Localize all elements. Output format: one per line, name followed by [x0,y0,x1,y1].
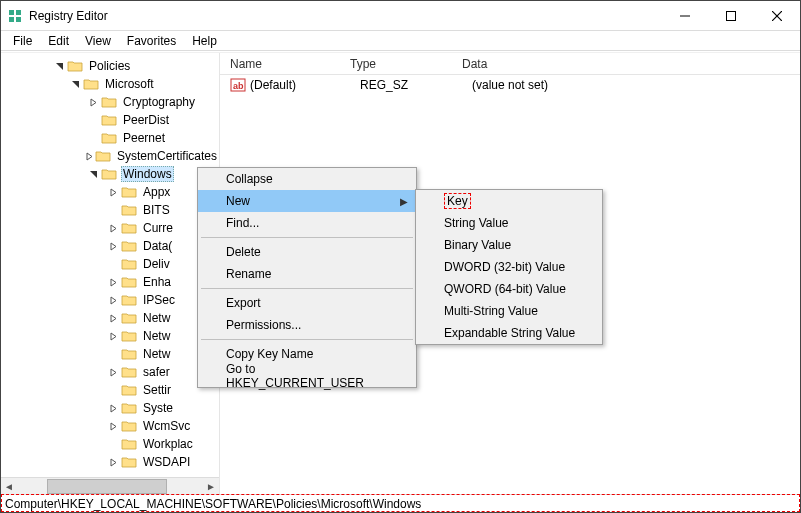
scroll-left-icon[interactable]: ◄ [1,479,17,494]
chevron-icon[interactable] [105,454,121,470]
folder-icon [101,166,117,182]
submenu-item[interactable]: Multi-String Value [416,300,602,322]
tree-pane[interactable]: PoliciesMicrosoftCryptographyPeerDistPee… [1,53,219,494]
menu-view[interactable]: View [77,31,119,51]
chevron-icon[interactable] [105,310,121,326]
column-header-type[interactable]: Type [350,57,462,71]
list-row[interactable]: ab (Default) REG_SZ (value not set) [220,75,800,95]
tree-node[interactable]: Windows [1,165,219,183]
tree-node[interactable]: IPSec [1,291,219,309]
chevron-icon[interactable] [85,148,95,164]
chevron-down-icon[interactable] [67,76,83,92]
folder-icon [121,310,137,326]
chevron-icon[interactable] [105,238,121,254]
context-menu-item[interactable]: Rename [198,263,416,285]
context-menu-item[interactable]: Collapse [198,168,416,190]
menu-edit[interactable]: Edit [40,31,77,51]
maximize-button[interactable] [708,1,754,30]
folder-icon [121,346,137,362]
chevron-icon[interactable] [105,274,121,290]
tree-node[interactable]: safer [1,363,219,381]
string-value-icon: ab [230,77,246,93]
folder-icon [121,220,137,236]
context-menu-item[interactable]: Permissions... [198,314,416,336]
tree-node[interactable]: Curre [1,219,219,237]
menu-separator [201,237,413,238]
submenu-item[interactable]: String Value [416,212,602,234]
chevron-icon[interactable] [105,328,121,344]
submenu-item[interactable]: Expandable String Value [416,322,602,344]
registry-editor-window: Registry Editor File Edit View Favorites… [0,0,801,513]
column-header-name[interactable]: Name [230,57,350,71]
submenu-item[interactable]: QWORD (64-bit) Value [416,278,602,300]
submenu-item[interactable]: Key [416,190,602,212]
chevron-icon[interactable] [105,184,121,200]
tree-node[interactable]: Cryptography [1,93,219,111]
tree-node[interactable]: Data( [1,237,219,255]
menu-item-label: Delete [226,245,261,259]
tree-node[interactable]: Workplac [1,435,219,453]
folder-icon [101,112,117,128]
tree-node[interactable]: SystemCertificates [1,147,219,165]
chevron-icon[interactable] [105,364,121,380]
chevron-icon[interactable] [85,166,101,182]
context-menu-item[interactable]: New▶ [198,190,416,212]
tree-node[interactable]: BITS [1,201,219,219]
tree-node[interactable]: Netw [1,309,219,327]
svg-text:ab: ab [233,81,244,91]
folder-icon [121,364,137,380]
tree-node-policies[interactable]: Policies [1,57,219,75]
close-button[interactable] [754,1,800,30]
chevron-icon[interactable] [105,292,121,308]
scroll-right-icon[interactable]: ► [203,479,219,494]
menubar: File Edit View Favorites Help [1,31,800,51]
svg-rect-0 [9,10,14,15]
context-menu[interactable]: CollapseNew▶Find...DeleteRenameExportPer… [197,167,417,388]
tree-node[interactable]: Netw [1,327,219,345]
menu-help[interactable]: Help [184,31,225,51]
tree-node[interactable]: WSDAPI [1,453,219,471]
tree-node[interactable]: Settir [1,381,219,399]
menu-favorites[interactable]: Favorites [119,31,184,51]
menu-item-label: New [226,194,250,208]
chevron-icon[interactable] [105,220,121,236]
context-menu-item[interactable]: Export [198,292,416,314]
minimize-button[interactable] [662,1,708,30]
svg-rect-3 [16,17,21,22]
column-header-data[interactable]: Data [462,57,800,71]
tree-label: PeerDist [121,113,171,127]
submenu-item[interactable]: Binary Value [416,234,602,256]
chevron-down-icon[interactable] [51,58,67,74]
tree-node[interactable]: Syste [1,399,219,417]
tree-node[interactable]: Peernet [1,129,219,147]
tree-node[interactable]: Appx [1,183,219,201]
menu-file[interactable]: File [5,31,40,51]
folder-icon [121,256,137,272]
submenu-arrow-icon: ▶ [400,196,408,207]
menu-item-label: Collapse [226,172,273,186]
registry-tree[interactable]: PoliciesMicrosoftCryptographyPeerDistPee… [1,53,219,471]
folder-icon [121,328,137,344]
tree-node[interactable]: WcmSvc [1,417,219,435]
tree-label: SystemCertificates [115,149,219,163]
folder-icon [67,58,83,74]
scroll-thumb[interactable] [47,479,167,494]
context-menu-item[interactable]: Find... [198,212,416,234]
chevron-icon[interactable] [105,418,121,434]
menu-item-label: Go to HKEY_CURRENT_USER [226,362,376,390]
tree-node[interactable]: Deliv [1,255,219,273]
tree-node[interactable]: Netw [1,345,219,363]
context-menu-item[interactable]: Go to HKEY_CURRENT_USER [198,365,416,387]
submenu-item[interactable]: DWORD (32-bit) Value [416,256,602,278]
chevron-icon[interactable] [105,400,121,416]
chevron-icon[interactable] [85,94,101,110]
tree-node-microsoft[interactable]: Microsoft [1,75,219,93]
tree-horizontal-scrollbar[interactable]: ◄ ► [1,477,219,494]
menu-item-label: String Value [444,216,508,230]
tree-label: Deliv [141,257,172,271]
tree-node[interactable]: Enha [1,273,219,291]
folder-icon [121,238,137,254]
context-menu-item[interactable]: Delete [198,241,416,263]
tree-node[interactable]: PeerDist [1,111,219,129]
context-submenu-new[interactable]: KeyString ValueBinary ValueDWORD (32-bit… [415,189,603,345]
